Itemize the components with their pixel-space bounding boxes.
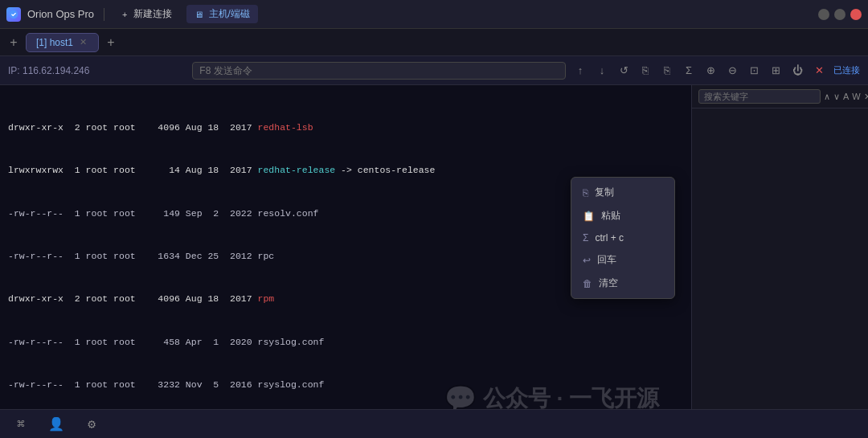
search-close-btn[interactable]: ✕ (864, 89, 868, 104)
paste-icon: 📋 (583, 211, 595, 222)
plus-icon: + (122, 10, 127, 19)
sigma-icon: Σ (583, 232, 588, 244)
ctx-enter[interactable]: ↩ 回车 (571, 248, 674, 272)
tab-item[interactable]: [1] host1 ✕ (26, 33, 99, 52)
enter-icon: ↩ (583, 255, 591, 266)
zoom-out-btn[interactable]: ⊖ (723, 61, 742, 80)
power-btn[interactable]: ⏻ (788, 61, 807, 80)
command-icon[interactable]: ⌘ (10, 413, 32, 436)
tab-close-btn[interactable]: ✕ (78, 37, 88, 47)
tabs-bar: + [1] host1 ✕ + (0, 29, 868, 56)
toolbar: IP: 116.62.194.246 ↑ ↓ ↺ ⎘ ⎘ Σ ⊕ ⊖ ⊡ ⊞ ⏻… (0, 56, 868, 85)
term-line: lrwxrwxrwx 1 root root 14 Aug 18 2017 re… (8, 163, 683, 178)
disconnect-btn[interactable]: ✕ (809, 61, 829, 80)
sigma-btn[interactable]: Σ (679, 61, 698, 80)
search-prev-btn[interactable]: ∧ (824, 89, 830, 104)
term-line: -rw-r--r-- 1 root root 458 Apr 1 2020 rs… (8, 335, 683, 350)
monitor-icon: 🖥 (194, 10, 203, 19)
tab-label: [1] host1 (36, 37, 73, 48)
ctx-paste[interactable]: 📋 粘贴 (571, 204, 674, 227)
toolbar-buttons: ↑ ↓ ↺ ⎘ ⎘ Σ ⊕ ⊖ ⊡ ⊞ ⏻ ✕ (571, 61, 829, 80)
grid-btn[interactable]: ⊞ (766, 61, 785, 80)
command-input[interactable] (192, 62, 566, 80)
fit-btn[interactable]: ⊡ (744, 61, 764, 80)
search-case-btn[interactable]: A (843, 89, 849, 104)
search-bar: ∧ ∨ A W ✕ (692, 85, 868, 108)
zoom-in-btn[interactable]: ⊕ (701, 61, 720, 80)
host-manage-btn[interactable]: 🖥 主机/端磁 (186, 5, 258, 23)
minimize-btn[interactable] (818, 9, 829, 20)
copy-btn[interactable]: ⎘ (636, 61, 655, 80)
clear-icon: 🗑 (583, 278, 592, 289)
ctx-ctrl-c-label: ctrl + c (595, 232, 624, 244)
search-next-btn[interactable]: ∨ (833, 89, 840, 104)
ctx-clear-label: 清空 (599, 276, 618, 290)
search-input[interactable] (698, 89, 821, 104)
user-icon[interactable]: 👤 (45, 413, 68, 436)
term-line: -rw-r--r-- 1 root root 3232 Nov 5 2016 r… (8, 378, 683, 392)
ctx-paste-label: 粘贴 (601, 209, 620, 223)
context-menu: ⎘ 复制 📋 粘贴 Σ ctrl + c ↩ 回车 🗑 清空 (571, 177, 675, 299)
search-word-btn[interactable]: W (852, 89, 860, 104)
title-bar: Orion Ops Pro + 新建连接 🖥 主机/端磁 (0, 0, 868, 29)
close-btn[interactable] (850, 9, 862, 20)
refresh-btn[interactable]: ↺ (614, 61, 633, 80)
settings-icon[interactable]: ⚙ (80, 413, 103, 436)
copy2-btn[interactable]: ⎘ (657, 61, 677, 80)
scroll-up-btn[interactable]: ↑ (571, 61, 590, 80)
app-name: Orion Ops Pro (27, 8, 94, 20)
right-panel: ∧ ∨ A W ✕ (691, 85, 868, 438)
app-icon (6, 7, 21, 22)
new-connection-btn[interactable]: + 新建连接 (114, 5, 179, 23)
scroll-down-btn[interactable]: ↓ (592, 61, 612, 80)
ctx-copy[interactable]: ⎘ 复制 (571, 181, 674, 204)
ctx-enter-label: 回车 (597, 253, 616, 267)
ctx-copy-label: 复制 (595, 186, 614, 199)
ctx-clear[interactable]: 🗑 清空 (571, 272, 674, 295)
ctx-ctrl-c[interactable]: Σ ctrl + c (571, 227, 674, 248)
window-controls (818, 9, 862, 20)
term-line: drwxr-xr-x 2 root root 4096 Aug 18 2017 … (8, 121, 683, 135)
add-tab-btn-2[interactable]: + (102, 34, 120, 51)
copy-icon: ⎘ (583, 187, 588, 199)
connection-status: 已连接 (833, 64, 860, 76)
add-tab-btn[interactable]: + (5, 34, 23, 51)
maximize-btn[interactable] (834, 9, 845, 20)
bottom-bar: ⌘ 👤 ⚙ (0, 409, 868, 438)
terminal-container: drwxr-xr-x 2 root root 4096 Aug 18 2017 … (0, 85, 868, 438)
ip-display: IP: 116.62.194.246 (8, 65, 187, 76)
